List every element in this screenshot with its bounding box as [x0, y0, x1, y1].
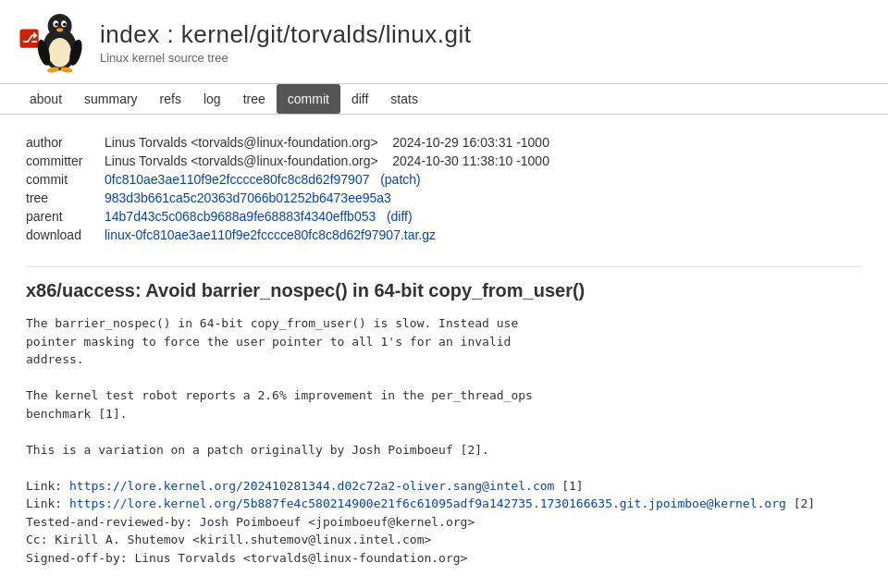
main-content: author Linus Torvalds <torvalds@linux-fo…	[0, 115, 888, 585]
committer-row: committer Linus Torvalds <torvalds@linux…	[26, 152, 555, 170]
nav-refs[interactable]: refs	[149, 84, 192, 114]
link1[interactable]: https://lore.kernel.org/202410281344.d02…	[69, 479, 554, 493]
commit-info-table: author Linus Torvalds <torvalds@linux-fo…	[26, 133, 555, 244]
commit-label: commit	[26, 170, 105, 189]
parent-label: parent	[26, 207, 105, 226]
main-nav: about summary refs log tree commit diff …	[0, 84, 888, 115]
commit-row: commit 0fc810ae3ae110f9e2fcccce80fc8c8d6…	[26, 170, 555, 189]
parent-hash-link[interactable]: 14b7d43c5c068cb9688a9fe68883f4340effb053	[105, 209, 376, 224]
svg-point-3	[48, 38, 70, 67]
header-text: index : kernel/git/torvalds/linux.git Li…	[100, 20, 471, 65]
committer-label: committer	[26, 152, 105, 170]
author-date: 2024-10-29 16:03:31 -1000	[392, 135, 549, 150]
nav-summary[interactable]: summary	[73, 84, 149, 114]
committer-value: Linus Torvalds <torvalds@linux-foundatio…	[105, 152, 555, 170]
tree-label: tree	[26, 189, 105, 207]
committer-date: 2024-10-30 11:38:10 -1000	[392, 153, 549, 168]
divider	[26, 266, 862, 267]
svg-text:⎇: ⎇	[22, 31, 37, 45]
commit-body-para1: The barrier_nospec() in 64-bit copy_from…	[26, 316, 533, 493]
nav-diff[interactable]: diff	[340, 84, 379, 114]
nav-about[interactable]: about	[18, 84, 73, 114]
nav-log[interactable]: log	[192, 84, 232, 114]
download-link[interactable]: linux-0fc810ae3ae110f9e2fcccce80fc8c8d62…	[105, 227, 436, 242]
download-label: download	[26, 226, 105, 244]
author-row: author Linus Torvalds <torvalds@linux-fo…	[26, 133, 555, 152]
download-row: download linux-0fc810ae3ae110f9e2fcccce8…	[26, 226, 555, 244]
svg-point-9	[56, 28, 63, 31]
page-header: ⎇ index : kernel/git/torvalds/linux.git …	[0, 0, 888, 84]
parent-hash-cell: 14b7d43c5c068cb9688a9fe68883f4340effb053…	[105, 207, 555, 226]
nav-commit[interactable]: commit	[277, 84, 340, 114]
committer-name-email: Linus Torvalds <torvalds@linux-foundatio…	[105, 153, 378, 168]
commit-hash-cell: 0fc810ae3ae110f9e2fcccce80fc8c8d62f97907…	[105, 170, 555, 189]
parent-row: parent 14b7d43c5c068cb9688a9fe68883f4340…	[26, 207, 555, 226]
commit-hash-link[interactable]: 0fc810ae3ae110f9e2fcccce80fc8c8d62f97907	[105, 172, 369, 187]
tree-hash-cell: 983d3b661ca5c20363d7066b01252b6473ee95a3	[105, 189, 555, 207]
author-value: Linus Torvalds <torvalds@linux-foundatio…	[105, 133, 555, 152]
download-link-cell: linux-0fc810ae3ae110f9e2fcccce80fc8c8d62…	[105, 226, 555, 244]
svg-point-4	[48, 14, 72, 38]
logo-area: ⎇	[18, 9, 85, 76]
tree-row: tree 983d3b661ca5c20363d7066b01252b6473e…	[26, 189, 555, 207]
parent-diff-link[interactable]: (diff)	[387, 209, 413, 224]
svg-point-7	[55, 23, 58, 27]
page-subtitle: Linux kernel source tree	[100, 51, 471, 65]
tux-logo: ⎇	[18, 9, 85, 76]
page-title: index : kernel/git/torvalds/linux.git	[100, 20, 471, 49]
nav-stats[interactable]: stats	[379, 84, 429, 114]
link2[interactable]: https://lore.kernel.org/5b887fe4c5802149…	[69, 496, 786, 510]
svg-point-8	[63, 23, 67, 27]
author-label: author	[26, 133, 105, 152]
commit-body: The barrier_nospec() in 64-bit copy_from…	[26, 314, 862, 567]
commit-patch-link[interactable]: (patch)	[380, 172, 421, 187]
commit-heading: x86/uaccess: Avoid barrier_nospec() in 6…	[26, 280, 862, 301]
nav-tree[interactable]: tree	[232, 84, 277, 114]
author-name-email: Linus Torvalds <torvalds@linux-foundatio…	[105, 135, 378, 150]
tree-hash-link[interactable]: 983d3b661ca5c20363d7066b01252b6473ee95a3	[105, 190, 391, 205]
